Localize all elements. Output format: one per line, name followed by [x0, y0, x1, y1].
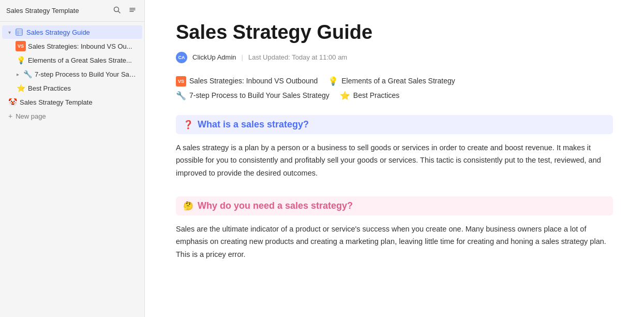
chevron-down-icon: ▾	[8, 30, 11, 35]
sidebar-item-label-inbound: Sales Strategies: Inbound VS Ou...	[28, 42, 136, 50]
section-body-why-need: Sales are the ultimate indicator of a pr…	[176, 223, 613, 261]
sidebar-item-inbound-outbound[interactable]: VS Sales Strategies: Inbound VS Ou...	[2, 39, 142, 53]
chip-7step[interactable]: 🔧 7-step Process to Build Your Sales Str…	[176, 91, 330, 100]
avatar: CA	[176, 52, 187, 63]
question-icon: ❓	[183, 120, 193, 129]
table-icon	[15, 28, 23, 36]
doc-author: ClickUp Admin	[192, 53, 236, 61]
section-what-is: ❓ What is a sales strategy? A sales stra…	[176, 115, 613, 180]
wrench-chip-icon: 🔧	[176, 91, 186, 100]
sidebar-item-label-guide: Sales Strategy Guide	[26, 28, 136, 36]
bulb-icon: 💡	[17, 56, 25, 64]
sidebar-item-label-elements: Elements of a Great Sales Strate...	[28, 56, 136, 64]
sidebar-item-label-template: Sales Strategy Template	[20, 98, 136, 106]
doc-title: Sales Strategy Guide	[176, 21, 613, 45]
sidebar-header-actions	[111, 5, 138, 16]
meta-separator: |	[242, 53, 243, 61]
doc-updated: Last Updated: Today at 11:00 am	[248, 53, 347, 61]
section-body-what-is: A sales strategy is a plan by a person o…	[176, 141, 613, 180]
wrench-icon: 🔧	[23, 70, 32, 78]
chip-elements[interactable]: 💡 Elements of a Great Sales Strategy	[328, 76, 455, 87]
sidebar-item-label-best-practices: Best Practices	[28, 84, 136, 92]
emoji-red-icon: 🤡	[8, 98, 17, 106]
plus-icon: +	[8, 112, 12, 120]
svg-line-1	[118, 11, 121, 13]
sidebar-item-label-7step: 7-step Process to Build Your Sal...	[35, 70, 136, 78]
chip-best-practices[interactable]: ⭐ Best Practices	[340, 91, 399, 100]
svg-rect-5	[16, 29, 22, 35]
section-heading-what-is: ❓ What is a sales strategy?	[176, 115, 613, 134]
chip-label-elements: Elements of a Great Sales Strategy	[341, 77, 455, 85]
chip-label-best-practices: Best Practices	[353, 91, 399, 99]
collapse-icon[interactable]	[127, 5, 138, 16]
sidebar-header: Sales Strategy Template	[0, 0, 144, 22]
chip-label-inbound: Sales Strategies: Inbound VS Outbound	[189, 77, 318, 85]
sidebar: Sales Strategy Template ▾	[0, 0, 145, 317]
new-page-label: New page	[16, 112, 46, 120]
bulb-chip-icon: 💡	[328, 76, 338, 86]
sidebar-title: Sales Strategy Template	[6, 7, 79, 15]
new-page-button[interactable]: + New page	[2, 109, 142, 123]
search-icon[interactable]	[111, 5, 123, 16]
vs-chip-icon: VS	[176, 76, 186, 87]
sidebar-item-sales-strategy-guide[interactable]: ▾ Sales Strategy Guide	[2, 25, 142, 39]
section-heading-text-why-need: Why do you need a sales strategy?	[198, 200, 353, 211]
sidebar-item-elements[interactable]: 💡 Elements of a Great Sales Strate...	[2, 53, 142, 67]
sidebar-item-best-practices[interactable]: ⭐ Best Practices	[2, 81, 142, 95]
star-icon: ⭐	[17, 84, 25, 92]
nav-chips: VS Sales Strategies: Inbound VS Outbound…	[176, 76, 613, 100]
vs-icon: VS	[17, 42, 25, 50]
section-heading-text-what-is: What is a sales strategy?	[198, 119, 309, 130]
sidebar-item-7step[interactable]: ▸ 🔧 7-step Process to Build Your Sal...	[2, 67, 142, 81]
sidebar-item-template[interactable]: 🤡 Sales Strategy Template	[2, 95, 142, 109]
section-heading-why-need: 🤔 Why do you need a sales strategy?	[176, 196, 613, 215]
chip-inbound-outbound[interactable]: VS Sales Strategies: Inbound VS Outbound	[176, 76, 318, 87]
sidebar-nav: ▾ Sales Strategy Guide VS Sales Strategi…	[0, 22, 144, 317]
chevron-right-icon: ▸	[17, 71, 19, 77]
star-chip-icon: ⭐	[340, 91, 350, 100]
thinking-icon: 🤔	[183, 201, 193, 211]
doc-meta: CA ClickUp Admin | Last Updated: Today a…	[176, 52, 613, 63]
chip-label-7step: 7-step Process to Build Your Sales Strat…	[189, 91, 330, 99]
main-content: Sales Strategy Guide CA ClickUp Admin | …	[145, 0, 644, 317]
section-why-need: 🤔 Why do you need a sales strategy? Sale…	[176, 196, 613, 261]
